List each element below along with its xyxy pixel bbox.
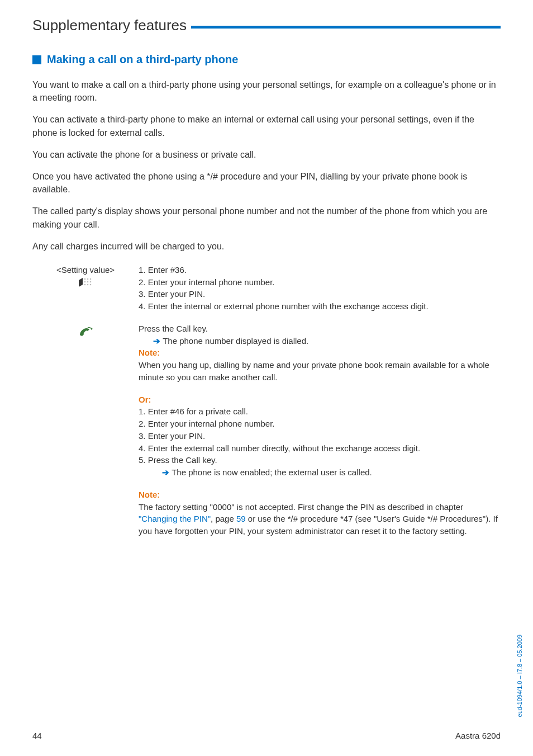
- section-title: Making a call on a third-party phone: [47, 53, 238, 66]
- note-label: Note:: [139, 347, 501, 359]
- step-item: 4. Enter the external call number direct…: [139, 442, 501, 455]
- step-item: 2. Enter your internal phone number.: [139, 276, 501, 289]
- arrow-icon: ➔: [162, 467, 172, 477]
- step-list-1: 1. Enter #36. 2. Enter your internal pho…: [139, 264, 501, 313]
- section-heading: Making a call on a third-party phone: [32, 53, 501, 66]
- note-text: The factory setting "0000" is not accept…: [139, 501, 501, 537]
- intro-paragraph-2: You can activate a third-party phone to …: [32, 113, 501, 139]
- intro-paragraph-6: Any call charges incurred will be charge…: [32, 240, 501, 253]
- svg-point-8: [90, 284, 92, 286]
- link-page-ref[interactable]: 59: [236, 514, 246, 523]
- page-number: 44: [32, 731, 42, 740]
- result-text: The phone is now enabled; the external u…: [172, 467, 372, 477]
- svg-point-2: [90, 278, 92, 280]
- result-text: The phone number displayed is dialled.: [163, 336, 308, 346]
- or-label: Or:: [139, 394, 501, 406]
- chapter-rule: [191, 26, 501, 29]
- step-block-2: Press the Call key. ➔ The phone number d…: [32, 323, 501, 384]
- svg-point-7: [87, 284, 89, 286]
- svg-point-4: [87, 281, 89, 283]
- svg-point-6: [84, 284, 86, 286]
- svg-point-3: [84, 281, 86, 283]
- step-block-3-content: Or: 1. Enter #46 for a private call. 2. …: [139, 394, 501, 479]
- step-item: 1. Enter #36.: [139, 264, 501, 276]
- step-block-1: <Setting value> 1. Enter #36.: [32, 264, 501, 313]
- result-line: ➔ The phone is now enabled; the external…: [139, 466, 501, 479]
- keypad-icon: [32, 277, 139, 290]
- step-item: 3. Enter your PIN.: [139, 288, 501, 300]
- arrow-icon: ➔: [153, 336, 163, 346]
- step-block-2-content: Press the Call key. ➔ The phone number d…: [139, 323, 501, 384]
- svg-point-1: [87, 278, 89, 280]
- step-item: 3. Enter your PIN.: [139, 430, 501, 442]
- note-text: When you hang up, dialling by name and y…: [139, 359, 501, 384]
- steps-area: <Setting value> 1. Enter #36.: [32, 264, 501, 537]
- step-item: 1. Enter #46 for a private call.: [139, 405, 501, 418]
- setting-value-label: <Setting value>: [32, 265, 139, 275]
- intro-paragraph-1: You want to make a call on a third-party…: [32, 78, 501, 104]
- page-footer: 44 Aastra 620d: [32, 731, 501, 740]
- chapter-title: Supplementary features: [32, 17, 191, 34]
- intro-paragraph-5: The called party's display shows your pe…: [32, 205, 501, 230]
- svg-point-0: [84, 278, 86, 280]
- step-left-column: [32, 323, 139, 384]
- svg-marker-9: [91, 328, 93, 330]
- step-left-column: [32, 394, 139, 479]
- step-left-column: <Setting value>: [32, 264, 139, 313]
- press-call-key-text: Press the Call key.: [139, 323, 501, 335]
- intro-paragraph-3: You can activate the phone for a busines…: [32, 148, 501, 161]
- note-part1: The factory setting "0000" is not accept…: [139, 502, 463, 512]
- step-item: 5. Press the Call key.: [139, 454, 501, 466]
- section-bullet-icon: [32, 55, 41, 64]
- note-mid: , page: [211, 514, 236, 523]
- result-line: ➔ The phone number displayed is dialled.: [139, 335, 501, 347]
- note-block-2: Note: The factory setting "0000" is not …: [32, 489, 501, 537]
- step-block-3: Or: 1. Enter #46 for a private call. 2. …: [32, 394, 501, 479]
- chapter-header: Supplementary features: [32, 17, 501, 34]
- step-item: 2. Enter your internal phone number.: [139, 418, 501, 430]
- link-changing-pin[interactable]: "Changing the PIN": [139, 514, 211, 523]
- note-label: Note:: [139, 489, 501, 501]
- svg-point-5: [90, 281, 92, 283]
- note-block-2-content: Note: The factory setting "0000" is not …: [139, 489, 501, 537]
- product-name: Aastra 620d: [455, 731, 501, 740]
- step-item: 4. Enter the internal or external phone …: [139, 300, 501, 313]
- document-side-label: eud-1094/1.0 – I7.8 – 05.2009: [516, 635, 523, 717]
- step-left-column: [32, 489, 139, 537]
- call-icon: [32, 326, 139, 340]
- intro-paragraph-4: Once you have activated the phone using …: [32, 170, 501, 196]
